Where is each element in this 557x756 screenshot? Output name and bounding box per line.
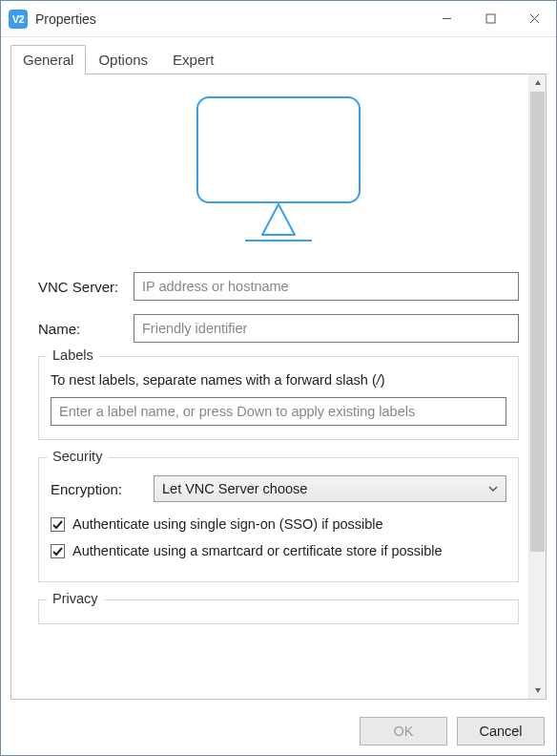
tab-panel: VNC Server: Name: Labels To nest labels,… bbox=[10, 74, 547, 700]
svg-rect-1 bbox=[486, 14, 495, 23]
close-button[interactable] bbox=[512, 1, 556, 36]
security-fieldset: Security Encryption: Let VNC Server choo… bbox=[38, 457, 519, 582]
tab-expert[interactable]: Expert bbox=[160, 45, 226, 74]
checkmark-icon bbox=[52, 519, 63, 530]
caret-down-icon bbox=[534, 686, 542, 694]
tabstrip: General Options Expert bbox=[1, 37, 556, 74]
encryption-select[interactable]: Let VNC Server choose bbox=[154, 475, 506, 502]
smartcard-check-label[interactable]: Authenticate using a smartcard or certif… bbox=[72, 542, 506, 561]
scrollbar-track[interactable] bbox=[529, 92, 546, 682]
scrollbar-thumb[interactable] bbox=[530, 92, 545, 552]
vnc-server-label: VNC Server: bbox=[38, 279, 134, 295]
svg-rect-4 bbox=[197, 97, 360, 202]
scroll-down-button[interactable] bbox=[529, 682, 547, 699]
labels-fieldset: Labels To nest labels, separate names wi… bbox=[38, 356, 519, 440]
labels-input[interactable] bbox=[51, 397, 506, 426]
vnc-server-row: VNC Server: bbox=[38, 272, 519, 301]
encryption-value: Let VNC Server choose bbox=[162, 481, 307, 496]
window-controls bbox=[424, 1, 556, 36]
minimize-icon bbox=[442, 13, 452, 24]
smartcard-check-row: Authenticate using a smartcard or certif… bbox=[51, 542, 506, 561]
smartcard-checkbox[interactable] bbox=[51, 544, 65, 558]
labels-hint-suffix: ) bbox=[381, 372, 385, 388]
chevron-down-icon bbox=[488, 484, 498, 494]
privacy-placeholder bbox=[51, 612, 506, 618]
sso-check-row: Authenticate using single sign-on (SSO) … bbox=[51, 515, 506, 535]
window-title: Properties bbox=[35, 11, 424, 27]
ok-button[interactable]: OK bbox=[360, 717, 447, 746]
app-icon: V2 bbox=[9, 10, 28, 29]
scroll-content: VNC Server: Name: Labels To nest labels,… bbox=[11, 74, 528, 699]
checkmark-icon bbox=[52, 546, 63, 556]
dialog-footer: OK Cancel bbox=[1, 707, 556, 755]
monitor-illustration bbox=[38, 92, 519, 249]
vnc-server-input[interactable] bbox=[134, 272, 519, 301]
cancel-button[interactable]: Cancel bbox=[457, 717, 545, 746]
privacy-legend: Privacy bbox=[47, 591, 104, 606]
sso-check-label[interactable]: Authenticate using single sign-on (SSO) … bbox=[72, 515, 506, 535]
tab-general[interactable]: General bbox=[10, 45, 86, 74]
encryption-row: Encryption: Let VNC Server choose bbox=[51, 475, 506, 502]
vertical-scrollbar[interactable] bbox=[528, 74, 546, 699]
name-input[interactable] bbox=[134, 314, 519, 343]
name-label: Name: bbox=[38, 321, 134, 337]
monitor-icon bbox=[188, 92, 369, 249]
properties-window: V2 Properties General Options Expert bbox=[0, 0, 557, 756]
labels-hint-prefix: To nest labels, separate names with a fo… bbox=[51, 372, 377, 388]
name-row: Name: bbox=[38, 314, 519, 343]
maximize-icon bbox=[485, 13, 496, 24]
privacy-fieldset: Privacy bbox=[38, 599, 519, 624]
svg-marker-7 bbox=[535, 80, 541, 85]
svg-marker-5 bbox=[262, 204, 295, 235]
caret-up-icon bbox=[534, 79, 542, 87]
tab-options[interactable]: Options bbox=[86, 45, 160, 74]
labels-hint: To nest labels, separate names with a fo… bbox=[51, 372, 506, 388]
svg-marker-8 bbox=[535, 688, 541, 693]
sso-checkbox[interactable] bbox=[51, 517, 65, 532]
maximize-button[interactable] bbox=[468, 1, 512, 36]
labels-legend: Labels bbox=[47, 347, 99, 363]
minimize-button[interactable] bbox=[424, 1, 468, 36]
scroll-up-button[interactable] bbox=[529, 74, 547, 92]
encryption-label: Encryption: bbox=[51, 481, 154, 497]
security-legend: Security bbox=[47, 449, 108, 464]
titlebar: V2 Properties bbox=[1, 1, 556, 37]
close-icon bbox=[529, 13, 540, 24]
